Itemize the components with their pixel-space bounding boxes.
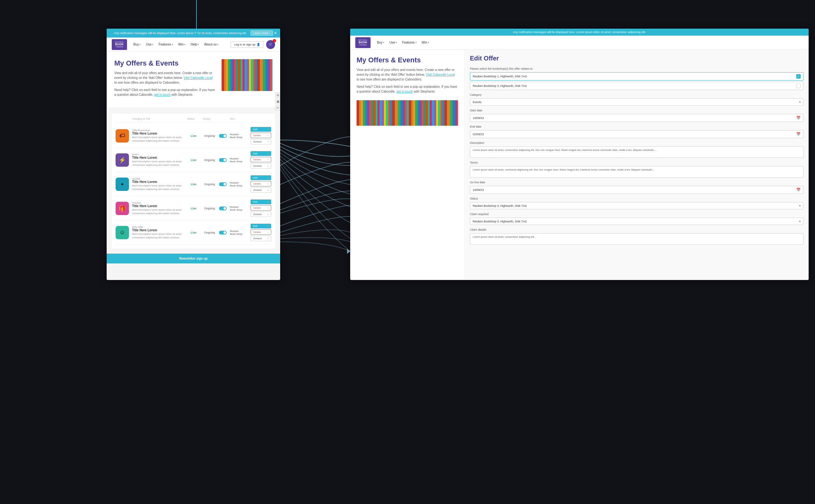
offer-expiry-4: Ongoing — [203, 207, 216, 210]
offer-toggle-4[interactable] — [219, 207, 227, 210]
bookshop-1-checkbox[interactable]: ✓ — [796, 74, 801, 79]
logo-left[interactable]: NATIONAL BOOK Tokens — [112, 39, 127, 50]
delete-button-2[interactable]: Delete › — [250, 157, 271, 162]
offer-category-4: Freebie — [132, 201, 184, 204]
offer-icon-5: ☺ — [116, 226, 129, 239]
claim-details-textarea[interactable]: Lorem ipsum dolor sit amet, consectetur … — [470, 233, 804, 245]
col-header-expiry: Expiry — [200, 117, 214, 120]
hero-text-left: My Offers & Events View and edit all of … — [114, 59, 215, 100]
go-live-label: Go live date — [470, 181, 804, 184]
edit-button-2[interactable]: Edit › — [250, 151, 271, 156]
status-label: Status — [470, 197, 804, 200]
offer-toggle-3[interactable] — [219, 182, 227, 186]
cart-icon-left: 🛒 — [268, 42, 273, 46]
offer-shop-1: ReubenBook Shop — [230, 133, 247, 139]
category-select[interactable]: Events ▾ — [470, 98, 804, 106]
right-hero-title: My Offers & Events — [356, 56, 458, 64]
embed-button-2[interactable]: Embed › — [250, 163, 271, 169]
notification-close-left[interactable]: ✕ — [274, 31, 277, 35]
nav-features-right[interactable]: Features▾ — [401, 41, 418, 44]
logo-tokens-right: Tokens — [359, 44, 366, 46]
bookshops-label: Please select the bookshop(s) this offer… — [470, 67, 804, 70]
right-get-in-touch-link[interactable]: get in touch — [396, 90, 413, 93]
claim-required-label: Claim required — [470, 213, 804, 216]
nav-buy-right[interactable]: Buy▾ — [376, 41, 385, 44]
offer-actions-5: Edit › Delete › Embed › — [250, 224, 271, 241]
right-hero-section: My Offers & Events View and edit all of … — [350, 50, 465, 100]
offer-toggle-1[interactable] — [219, 134, 227, 138]
terms-textarea[interactable]: Lorem ipsum dolor sit amet, commissa adi… — [470, 166, 804, 178]
nav-help-left[interactable]: Help▾ — [189, 43, 200, 46]
bookshop-1-input[interactable]: Reuben Bookshop 1, Highworth, SN6 7AG ✓ — [470, 72, 804, 81]
claim-required-select[interactable]: Reuben Bookshop 3, Highworth, SN6 7AG ▾ — [470, 218, 804, 225]
offer-title-5: Title Here Lorem — [132, 228, 184, 232]
offer-expiry-5: Ongoing — [203, 231, 216, 234]
status-select[interactable]: Reuben Bookshop 3, Highworth, SN6 7AG ▾ — [470, 202, 804, 209]
right-panel: Any notification messages will be displa… — [350, 29, 809, 280]
embed-button-1[interactable]: Embed › — [250, 139, 271, 144]
delete-button-3[interactable]: Delete › — [250, 181, 271, 186]
offer-category-5: Kids Offer — [132, 226, 184, 228]
learn-more-button-left[interactable]: Learn more › — [250, 31, 273, 36]
bookshop-2-checkbox[interactable] — [796, 84, 801, 88]
nav-use-right[interactable]: Use▾ — [388, 41, 398, 44]
cart-button-left[interactable]: 🛒 1 — [266, 40, 275, 49]
hero-desc-left: View and edit all of your offers and eve… — [114, 71, 215, 85]
hero-image-left — [221, 59, 272, 91]
offer-details-1: Offer/Promotion Title Here Lorem Brief D… — [132, 129, 184, 143]
offer-details-3: Update Title Here Lorem Brief Descriptio… — [132, 177, 184, 191]
offer-toggle-5[interactable] — [219, 231, 227, 235]
edit-button-4[interactable]: Edit › — [250, 199, 271, 204]
go-live-date-input[interactable]: 10/08/23 📅 — [470, 186, 804, 194]
offer-status-1: Live — [187, 134, 200, 137]
nav-features-left[interactable]: Features▾ — [157, 43, 174, 46]
nav-about-left[interactable]: About us▾ — [203, 43, 220, 46]
nav-buy-left[interactable]: Buy▾ — [132, 43, 142, 46]
login-button-left[interactable]: Log in or sign up 👤 — [230, 41, 263, 48]
delete-button-1[interactable]: Delete › — [250, 133, 271, 138]
delete-button-5[interactable]: Delete › — [250, 229, 271, 235]
caboodle-link-left[interactable]: Visit Caboodle Local — [184, 76, 213, 80]
page-title-left: My Offers & Events — [114, 59, 215, 67]
offer-expiry-3: Ongoing — [203, 183, 216, 186]
nav-use-left[interactable]: Use▾ — [144, 43, 155, 46]
logo-tokens-left: Tokens — [116, 46, 123, 48]
notification-bar-right: Any notification messages will be displa… — [350, 29, 809, 36]
tool-1[interactable]: ⊟ — [275, 92, 280, 98]
bookshop-2-input[interactable]: Reuben Bookshop 3, Highworth, SN6 7AG — [470, 82, 804, 90]
tool-2[interactable]: ▣ — [275, 99, 280, 104]
col-header-category: Category & Title — [132, 117, 182, 120]
right-hero-image — [356, 100, 458, 126]
tool-3[interactable]: ✏ — [275, 105, 280, 111]
notification-bar-left: Any notification messages will be displa… — [107, 29, 280, 38]
offer-category-2: Event — [132, 153, 184, 156]
category-label: Category — [470, 93, 804, 96]
offers-section-left: Category & Title Status Expiry Sho... 🏷 … — [112, 114, 275, 249]
right-caboodle-link[interactable]: Visit Caboodle Local — [426, 73, 455, 76]
col-header-status: Status — [185, 117, 196, 120]
embed-button-3[interactable]: Embed › — [250, 187, 271, 193]
embed-button-5[interactable]: Embed › — [250, 236, 271, 241]
hero-section-left: My Offers & Events View and edit all of … — [107, 52, 280, 107]
description-textarea[interactable]: Lorem ipsum dolor sit amet, consectetur … — [470, 146, 804, 158]
offer-title-1: Title Here Lorem — [132, 132, 184, 135]
hero-desc2-left: Need help? Click on each field to see a … — [114, 87, 215, 97]
nav-win-right[interactable]: Win▾ — [421, 41, 431, 44]
offer-shop-2: ReubenBook Shop — [230, 157, 247, 163]
edit-button-1[interactable]: Edit › — [250, 127, 271, 132]
get-in-touch-link-left[interactable]: get in touch — [154, 93, 171, 96]
offer-desc-1: Brief Description lorem ipsum dolor sit … — [132, 136, 184, 143]
offer-status-4: Live — [187, 207, 200, 210]
logo-right[interactable]: NATIONAL BOOK Tokens — [355, 37, 370, 48]
edit-button-3[interactable]: Edit › — [250, 175, 271, 180]
offer-actions-2: Edit › Delete › Embed › — [250, 151, 271, 169]
claim-details-label: Claim details — [470, 228, 804, 231]
end-date-input[interactable]: 02/09/23 📅 — [470, 130, 804, 138]
nav-win-left[interactable]: Win▾ — [177, 43, 187, 46]
start-date-input[interactable]: 10/08/23 📅 — [470, 114, 804, 122]
edit-button-5[interactable]: Edit › — [250, 224, 271, 228]
offer-icon-4: 🎁 — [116, 202, 129, 215]
offer-toggle-2[interactable] — [219, 158, 227, 162]
delete-button-4[interactable]: Delete › — [250, 205, 271, 211]
embed-button-4[interactable]: Embed › — [250, 212, 271, 217]
